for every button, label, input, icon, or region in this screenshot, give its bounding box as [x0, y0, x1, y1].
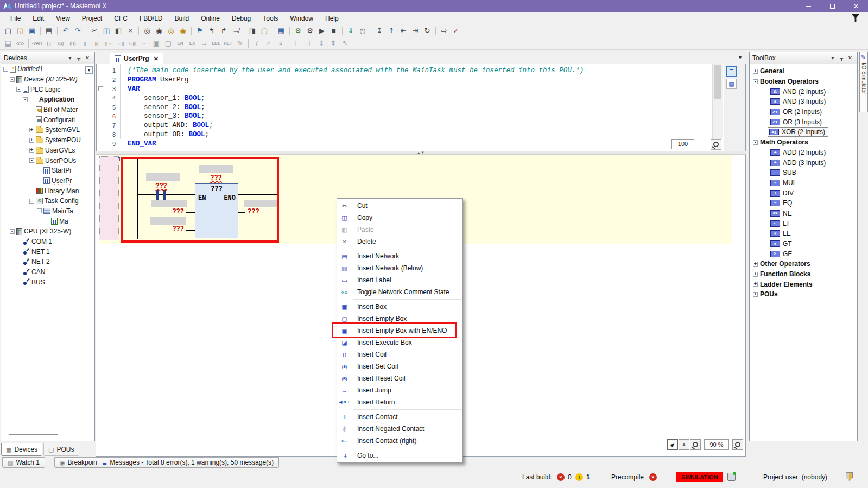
toolbar-button[interactable]: ↛	[230, 26, 242, 36]
tree-item[interactable]: + UserGVLs	[1, 145, 94, 156]
context-menu-item[interactable]: ‖ Insert Contact	[337, 411, 462, 423]
tree-item[interactable]: Bill of Mater	[1, 105, 94, 115]
toolbar-button[interactable]: ∟|/|	[126, 38, 138, 49]
toolbar-button[interactable]: P	[263, 38, 275, 49]
toolbox-item[interactable]: + Ladder Elements	[750, 279, 857, 289]
ld-zoom-button[interactable]	[732, 439, 743, 450]
tree-item[interactable]: NET 2	[1, 257, 94, 267]
toolbar-button[interactable]: ⚙	[292, 26, 304, 36]
expander-icon[interactable]: +	[753, 69, 758, 74]
toolbar-button[interactable]: ⇨	[438, 26, 450, 36]
context-menu-item[interactable]: ▥ Insert Network (Below)	[337, 262, 462, 274]
tree-item[interactable]: CAN	[1, 267, 94, 277]
toolbox-item[interactable]: ≥ GE	[750, 249, 857, 259]
toolbar-button[interactable]: ◎	[141, 26, 153, 36]
toolbar-button[interactable]: EX	[186, 38, 198, 49]
toolbar-button[interactable]: «»	[14, 38, 26, 49]
menu-item[interactable]: Debug	[226, 13, 257, 24]
select-tool-button[interactable]: ►	[667, 439, 678, 450]
toolbar-button[interactable]: ▤	[43, 26, 55, 36]
context-menu-item[interactable]: ▤ Insert Network	[337, 250, 462, 262]
code-line[interactable]: 2 PROGRAM UserPrg	[97, 75, 702, 85]
toolbox-item[interactable]: + Function Blocks	[750, 269, 857, 280]
toolbar-button[interactable]: ▢	[2, 26, 14, 36]
close-button[interactable]: ✕	[844, 0, 868, 12]
toolbar-button[interactable]: ↶	[60, 26, 72, 36]
pin-icon[interactable]: ┳	[74, 55, 83, 61]
toolbox-item[interactable]: + General	[750, 66, 857, 77]
toolbox-item[interactable]: <> NE	[750, 208, 857, 219]
expander-icon[interactable]: +	[753, 292, 758, 297]
toolbar-button[interactable]: ⇤	[397, 26, 409, 36]
context-menu-item[interactable]: (S) Insert Set Coil	[337, 360, 462, 372]
context-menu-item[interactable]: ◪ Insert Execute Box	[337, 337, 462, 348]
menu-item[interactable]: CFC	[108, 13, 134, 24]
toolbox-item[interactable]: + ADD (3 Inputs)	[750, 157, 857, 168]
code-line[interactable]: 6 sensor_3: BOOL;	[97, 112, 702, 121]
tree-item[interactable]: StartPr	[1, 166, 94, 176]
expander-icon[interactable]: +	[753, 282, 758, 287]
expander-icon[interactable]: -	[29, 199, 34, 204]
context-menu-item[interactable]: ‖→ Insert Contact (right)	[337, 435, 462, 447]
toolbar-button[interactable]: (S)	[55, 38, 67, 49]
context-menu-item[interactable]: ( ) Insert Coil	[337, 348, 462, 360]
toolbar-button[interactable]: ▦	[275, 26, 287, 36]
toolbar-button[interactable]: ⇥	[409, 26, 421, 36]
context-menu-item[interactable]: ∦ Insert Negated Contact	[337, 423, 462, 435]
code-line[interactable]: 7 output_AND: BOOL;	[97, 121, 702, 130]
toolbar-button[interactable]: ▤	[2, 38, 14, 49]
context-menu-item[interactable]: «» Toggle Network Comment State	[337, 286, 462, 298]
declaration-scrollbar[interactable]	[712, 64, 723, 139]
toolbar-button[interactable]: ⇓	[345, 26, 357, 36]
menu-item[interactable]: Build	[169, 13, 195, 24]
toolbox-item[interactable]: - Boolean Operators	[750, 77, 857, 87]
zoom-tool-button[interactable]	[690, 439, 701, 450]
toolbar-button[interactable]: -VAR	[31, 38, 43, 49]
devices-hscrollbar[interactable]	[9, 434, 58, 435]
tree-item[interactable]: - Untitled1	[1, 64, 94, 74]
code-line[interactable]: 4 sensor_1: BOOL;	[97, 93, 702, 103]
code-line[interactable]: - 3 VAR	[97, 85, 702, 94]
menu-item[interactable]: Window	[284, 13, 319, 24]
tree-item[interactable]: NET 1	[1, 246, 94, 257]
toolbar-button[interactable]: ✓	[450, 26, 462, 36]
minimize-button[interactable]	[796, 0, 820, 12]
expander-icon[interactable]: +	[29, 128, 34, 132]
toolbox-item[interactable]: + Other Operators	[750, 259, 857, 269]
panel-menu-icon[interactable]: ▾	[66, 55, 74, 61]
toolbar-button[interactable]: ◱	[14, 26, 26, 36]
context-menu-item[interactable]: → Insert Jump	[337, 384, 462, 396]
toolbar-button[interactable]: ↧	[373, 26, 385, 36]
expander-icon[interactable]: +	[29, 148, 34, 153]
expander-icon[interactable]: +	[753, 272, 758, 277]
toolbar-button[interactable]: ≡	[138, 38, 150, 49]
code-line[interactable]: 1 (*The main code inserted by the user a…	[97, 66, 702, 75]
context-menu-item[interactable]: ◫ Copy	[337, 212, 462, 224]
tree-item[interactable]: BUS	[1, 277, 94, 287]
tree-item[interactable]: - Task Config	[1, 196, 94, 206]
panel-close-icon[interactable]: ✕	[846, 55, 854, 61]
toolbar-button[interactable]: ↥	[385, 26, 397, 36]
tree-item[interactable]: Library Man	[1, 186, 94, 196]
expander-icon[interactable]: -	[10, 229, 15, 234]
tab-watch1[interactable]: ▥Watch 1	[2, 457, 45, 468]
toolbar-button[interactable]: ▢	[258, 26, 270, 36]
menu-item[interactable]: Tools	[257, 13, 284, 24]
editor-splitter[interactable]: ▲ ▼	[96, 151, 746, 155]
expander-icon[interactable]: -	[16, 87, 21, 92]
toolbar-button[interactable]: ||→	[103, 38, 115, 49]
toolbar-button[interactable]: (R)	[67, 38, 79, 49]
tab-userprg[interactable]: UserPrg ✕	[110, 53, 163, 64]
toolbox-item[interactable]: =1 XOR (2 Inputs)	[750, 127, 857, 137]
declaration-zoom-button[interactable]	[711, 139, 721, 150]
toolbar-button[interactable]: /	[251, 38, 263, 49]
toolbar-button[interactable]: ◷	[357, 26, 369, 36]
toolbar-button[interactable]: ◉	[153, 26, 165, 36]
toolbar-button[interactable]: ↰	[206, 26, 218, 36]
context-menu-item[interactable]: ▣ Insert Empty Box with EN/ENO	[337, 325, 462, 337]
context-menu-item[interactable]: ▢ Insert Empty Box	[337, 313, 462, 325]
expander-icon[interactable]: -	[753, 79, 758, 84]
panel-close-icon[interactable]: ✕	[83, 55, 92, 61]
ld-zoom-value[interactable]: 90 %	[704, 439, 729, 450]
toolbar-button[interactable]: ◫	[100, 26, 112, 36]
